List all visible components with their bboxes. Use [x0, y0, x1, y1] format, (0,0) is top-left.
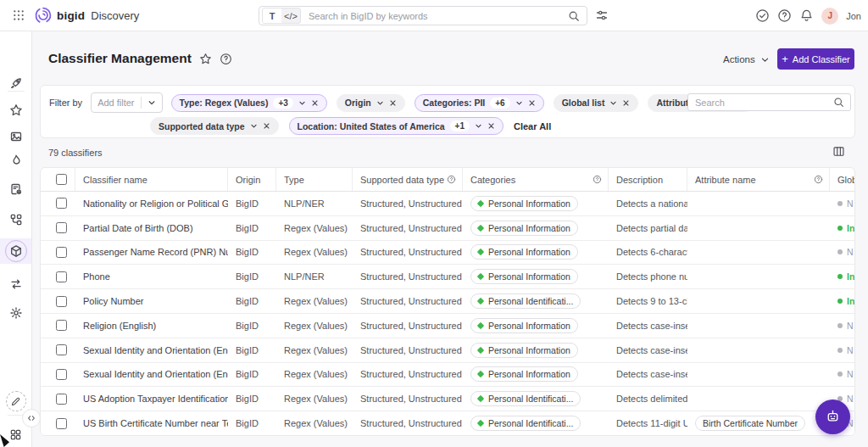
collapse-chevrons-icon	[26, 413, 36, 423]
clear-all-button[interactable]: Clear All	[514, 121, 551, 131]
column-header[interactable]: Description	[609, 168, 687, 191]
add-filter-control[interactable]: Add filter	[91, 92, 162, 113]
filter-chip[interactable]: Origin	[337, 94, 405, 112]
category-pill[interactable]: Personal Identificati...	[470, 416, 581, 431]
supported-data-type-cell: Structured, Unstructured	[353, 394, 463, 404]
column-header[interactable]: Categories	[463, 168, 609, 191]
search-icon[interactable]	[568, 10, 580, 22]
table-row: US Adoption Taxpayer Identification Nu..…	[41, 387, 855, 411]
classifier-name-cell[interactable]: Passenger Name Record (PNR) Number ...	[75, 247, 228, 257]
row-checkbox[interactable]	[56, 394, 67, 405]
column-info-icon[interactable]	[593, 175, 602, 184]
category-dot-icon	[477, 346, 484, 353]
column-header[interactable]: Attribute name	[687, 168, 830, 191]
row-checkbox[interactable]	[56, 320, 67, 331]
filter-search-input[interactable]: Search	[687, 93, 851, 111]
filter-chip[interactable]: Global list	[554, 94, 639, 112]
sidebar-item-rocket[interactable]	[0, 70, 31, 96]
column-header[interactable]: Supported data type	[353, 168, 463, 191]
classifier-name-cell[interactable]: Policy Number	[75, 296, 228, 306]
sidebar-item-flame[interactable]	[0, 148, 31, 173]
add-classifier-label: Add Classifier	[793, 54, 850, 64]
close-icon[interactable]	[622, 99, 630, 107]
classifier-name-cell[interactable]: Religion (English)	[75, 321, 228, 331]
filter-chip[interactable]: Categories: PII+6	[415, 94, 544, 112]
sidebar-item-star[interactable]	[0, 98, 31, 123]
classifier-name-cell[interactable]: Sexual Identity and Orientation (English…	[75, 345, 228, 355]
category-pill[interactable]: Personal Identificati...	[470, 293, 581, 309]
sidebar-item-image[interactable]	[0, 124, 31, 149]
row-checkbox[interactable]	[56, 418, 67, 429]
categories-cell: Personal Information	[463, 196, 609, 211]
column-info-icon[interactable]	[814, 175, 823, 184]
column-header[interactable]: Classifier name	[75, 168, 228, 191]
category-pill[interactable]: Personal Information	[470, 318, 578, 333]
category-pill[interactable]: Personal Information	[470, 244, 578, 260]
global-search-bar[interactable]: T </> Search in BigID by keywords	[259, 6, 587, 25]
actions-dropdown[interactable]: Actions	[723, 54, 770, 64]
bigid-logo[interactable]: bigid Discovery	[34, 6, 139, 25]
column-info-icon[interactable]	[447, 175, 456, 184]
filter-chip[interactable]: Supported data type	[150, 117, 279, 135]
favorite-star-icon[interactable]	[199, 53, 212, 65]
status-dot-icon	[837, 299, 843, 304]
description-cell: Detects 6-charact...	[609, 247, 687, 257]
text-mode-button[interactable]: T	[263, 8, 281, 24]
sidebar-item-report[interactable]	[0, 176, 31, 202]
check-circle-icon[interactable]	[755, 8, 770, 23]
avatar[interactable]: J	[821, 8, 838, 25]
app-grid-icon[interactable]	[13, 9, 25, 21]
sidebar-item-cube[interactable]	[0, 238, 31, 264]
column-header[interactable]: Origin	[228, 168, 276, 191]
row-checkbox[interactable]	[56, 296, 67, 307]
category-pill[interactable]: Personal Identificati...	[470, 391, 581, 406]
classifier-name-cell[interactable]: US Birth Certificate Number near Term	[75, 418, 228, 428]
row-checkbox[interactable]	[56, 198, 67, 209]
description-cell: Detects case-inse...	[609, 369, 687, 379]
page-help-icon[interactable]	[220, 53, 232, 65]
row-checkbox[interactable]	[56, 271, 67, 282]
sidebar-item-gear[interactable]	[0, 300, 31, 326]
categories-cell: Personal Identificati...	[463, 391, 609, 406]
add-classifier-button[interactable]: + Add Classifier	[777, 48, 854, 70]
origin-cell: BigID	[228, 223, 276, 233]
close-icon[interactable]	[528, 99, 536, 107]
filter-chip[interactable]: Type: Regex (Values)+3	[171, 94, 327, 112]
column-header[interactable]: Type	[276, 168, 353, 191]
row-checkbox[interactable]	[56, 247, 67, 258]
category-pill[interactable]: Personal Information	[470, 269, 578, 284]
category-pill[interactable]: Personal Information	[470, 196, 578, 211]
close-icon[interactable]	[311, 99, 319, 107]
filter-chip[interactable]: Location: United States of America+1	[289, 117, 504, 135]
help-circle-icon[interactable]	[777, 8, 792, 23]
row-checkbox[interactable]	[56, 344, 67, 355]
attribute-pill[interactable]: Birth Certificate Number	[695, 416, 805, 431]
classifier-name-cell[interactable]: Phone	[75, 271, 228, 282]
classifier-name-cell[interactable]: Partial Date of Birth (DOB)	[75, 223, 228, 233]
column-header[interactable]: Global list	[830, 168, 855, 191]
chip-label: Categories: PII	[423, 98, 486, 108]
close-icon[interactable]	[263, 122, 270, 130]
category-pill[interactable]: Personal Information	[470, 366, 578, 382]
category-pill[interactable]: Personal Information	[470, 343, 578, 358]
classifier-name-cell[interactable]: Sexual Identity and Orientation (English…	[75, 369, 228, 379]
code-mode-button[interactable]: </>	[281, 8, 300, 24]
classifier-name-cell[interactable]: Nationality or Religion or Political Gro…	[75, 198, 228, 209]
row-checkbox[interactable]	[56, 369, 67, 380]
tune-icon[interactable]	[595, 8, 609, 22]
row-checkbox[interactable]	[56, 222, 67, 233]
column-settings-icon[interactable]	[832, 145, 845, 158]
sidebar-item-transfer[interactable]	[0, 271, 31, 297]
close-icon[interactable]	[389, 99, 397, 107]
close-icon[interactable]	[487, 122, 495, 130]
bell-icon[interactable]	[799, 8, 814, 23]
status-dot-icon	[837, 323, 843, 328]
classifier-name-cell[interactable]: US Adoption Taxpayer Identification Nu..…	[75, 394, 228, 404]
sidebar-item-workflow[interactable]	[0, 207, 31, 232]
type-cell: Regex (Values)	[276, 321, 353, 331]
type-cell: Regex (Values)	[276, 394, 353, 404]
select-all-checkbox[interactable]	[56, 174, 67, 185]
sidebar-collapse-button[interactable]	[22, 409, 41, 427]
assistant-fab[interactable]	[815, 400, 850, 434]
category-pill[interactable]: Personal Information	[470, 221, 578, 236]
